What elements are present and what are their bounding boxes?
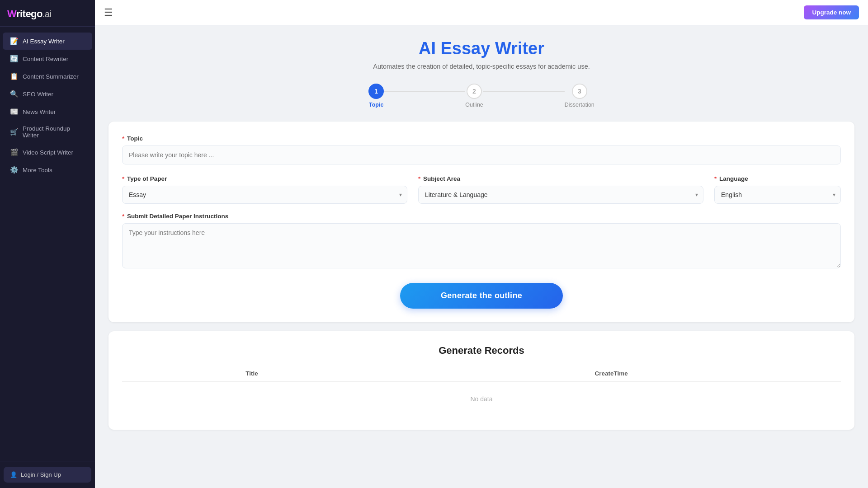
- type-of-paper-label: * Type of Paper: [122, 175, 407, 182]
- step-3: 3 Dissertation: [565, 84, 594, 108]
- subject-area-select[interactable]: Literature & Language Science History Ma…: [418, 186, 703, 204]
- subject-area-col: * Subject Area Literature & Language Sci…: [418, 175, 703, 204]
- subject-area-select-wrap: Literature & Language Science History Ma…: [418, 186, 703, 204]
- sidebar-item-label: Product Roundup Writer: [23, 125, 85, 139]
- logo-ai: .ai: [42, 9, 52, 19]
- sidebar-item-seo-writer[interactable]: 🔍 SEO Writer: [3, 85, 92, 103]
- page-title: AI Essay Writer: [108, 39, 854, 58]
- step-line-2-3: [483, 91, 565, 92]
- main-content: ☰ Upgrade now AI Essay Writer Automates …: [95, 0, 868, 488]
- language-select-wrap: English Spanish French German Chinese Ja…: [714, 186, 841, 204]
- sidebar-item-label: Content Summarizer: [23, 73, 79, 80]
- step-circle-3: 3: [572, 84, 587, 99]
- col-create-time: CreateTime: [382, 366, 841, 382]
- step-label-1: Topic: [369, 102, 383, 108]
- instructions-field: * Submit Detailed Paper Instructions: [122, 213, 841, 270]
- step-label-2: Outline: [465, 102, 483, 108]
- rewriter-icon: 🔄: [10, 55, 18, 63]
- required-marker: *: [122, 135, 124, 142]
- video-icon: 🎬: [10, 148, 18, 156]
- records-card: Generate Records Title CreateTime No dat…: [108, 331, 854, 430]
- sidebar-item-label: SEO Writer: [23, 91, 53, 98]
- page-subtitle: Automates the creation of detailed, topi…: [108, 63, 854, 70]
- topic-input[interactable]: [122, 145, 841, 164]
- sidebar-item-label: Video Script Writer: [23, 149, 73, 156]
- topbar: ☰ Upgrade now: [95, 0, 868, 25]
- logo-w: W: [7, 8, 16, 19]
- language-select[interactable]: English Spanish French German Chinese Ja…: [714, 186, 841, 204]
- instructions-textarea[interactable]: [122, 223, 841, 268]
- sidebar-nav: 📝 AI Essay Writer 🔄 Content Rewriter 📋 C…: [0, 30, 95, 461]
- topic-label: * Topic: [122, 135, 841, 142]
- sidebar-item-ai-essay-writer[interactable]: 📝 AI Essay Writer: [3, 33, 92, 50]
- news-icon: 📰: [10, 108, 18, 116]
- records-table-header: Title CreateTime: [122, 366, 841, 382]
- sidebar-item-label: AI Essay Writer: [23, 38, 65, 45]
- sidebar-item-label: News Writer: [23, 108, 56, 115]
- product-icon: 🛒: [10, 128, 18, 136]
- essay-icon: 📝: [10, 37, 18, 45]
- records-title: Generate Records: [122, 345, 841, 357]
- language-col: * Language English Spanish French German…: [714, 175, 841, 204]
- step-circle-1: 1: [368, 84, 384, 99]
- paper-options-row: * Type of Paper Essay Research Paper The…: [122, 175, 841, 204]
- step-2: 2 Outline: [465, 84, 483, 108]
- step-circle-2: 2: [467, 84, 482, 99]
- sidebar-item-product-roundup-writer[interactable]: 🛒 Product Roundup Writer: [3, 121, 92, 143]
- step-line-1-2: [384, 91, 465, 92]
- instructions-label: * Submit Detailed Paper Instructions: [122, 213, 841, 220]
- topic-field: * Topic: [122, 135, 841, 175]
- login-button[interactable]: 👤 Login / Sign Up: [4, 467, 91, 483]
- type-of-paper-select[interactable]: Essay Research Paper Thesis Dissertation…: [122, 186, 407, 204]
- subject-area-label: * Subject Area: [418, 175, 703, 182]
- sidebar-item-label: Content Rewriter: [23, 56, 68, 62]
- sidebar: Writego.ai 📝 AI Essay Writer 🔄 Content R…: [0, 0, 95, 488]
- stepper: 1 Topic 2 Outline 3 Dissertation: [108, 84, 854, 108]
- upgrade-button[interactable]: Upgrade now: [804, 5, 859, 19]
- no-data-row: No data: [122, 382, 841, 417]
- type-of-paper-col: * Type of Paper Essay Research Paper The…: [122, 175, 407, 204]
- more-tools-icon: ⚙️: [10, 166, 18, 174]
- records-table: Title CreateTime No data: [122, 366, 841, 416]
- sidebar-item-more-tools[interactable]: ⚙️ More Tools: [3, 161, 92, 178]
- language-label: * Language: [714, 175, 841, 182]
- sidebar-item-label: More Tools: [23, 167, 52, 174]
- sidebar-footer: 👤 Login / Sign Up: [0, 461, 95, 488]
- col-title: Title: [122, 366, 382, 382]
- login-label: Login / Sign Up: [21, 471, 61, 478]
- sidebar-item-content-rewriter[interactable]: 🔄 Content Rewriter: [3, 50, 92, 67]
- sidebar-item-content-summarizer[interactable]: 📋 Content Summarizer: [3, 68, 92, 85]
- page-content: AI Essay Writer Automates the creation o…: [95, 25, 868, 457]
- logo[interactable]: Writego.ai: [0, 0, 95, 27]
- summarizer-icon: 📋: [10, 72, 18, 80]
- type-of-paper-select-wrap: Essay Research Paper Thesis Dissertation…: [122, 186, 407, 204]
- sidebar-item-news-writer[interactable]: 📰 News Writer: [3, 103, 92, 120]
- step-label-3: Dissertation: [565, 102, 594, 108]
- logo-text: ritego: [16, 8, 42, 19]
- records-table-body: No data: [122, 382, 841, 417]
- no-data-cell: No data: [122, 382, 841, 417]
- user-icon: 👤: [10, 471, 17, 478]
- generate-outline-button[interactable]: Generate the outline: [400, 283, 563, 309]
- sidebar-item-video-script-writer[interactable]: 🎬 Video Script Writer: [3, 144, 92, 161]
- menu-icon[interactable]: ☰: [104, 7, 113, 19]
- step-1: 1 Topic: [368, 84, 384, 108]
- seo-icon: 🔍: [10, 90, 18, 98]
- form-card: * Topic * Type of Paper Essay Research P…: [108, 122, 854, 322]
